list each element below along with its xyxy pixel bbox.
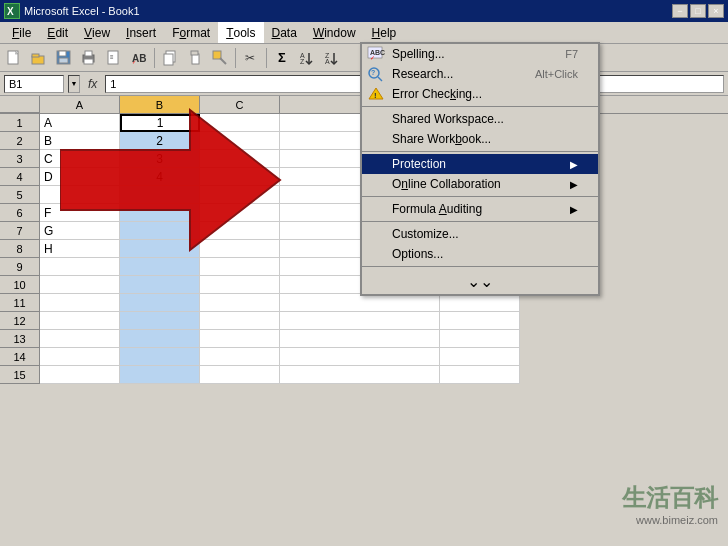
cell-a3[interactable]: C <box>40 150 120 168</box>
cell-c1[interactable] <box>200 114 280 132</box>
cell-a7[interactable]: G <box>40 222 120 240</box>
menu-item-error-checking[interactable]: ! Error Checking... <box>362 84 598 104</box>
cell-a13[interactable] <box>40 330 120 348</box>
cell-c12[interactable] <box>200 312 280 330</box>
row-header-14[interactable]: 14 <box>0 348 40 366</box>
cell-a1[interactable]: A <box>40 114 120 132</box>
cell-b10[interactable] <box>120 276 200 294</box>
cell-c14[interactable] <box>200 348 280 366</box>
sort-asc-button[interactable]: A Z <box>295 46 319 70</box>
cell-c13[interactable] <box>200 330 280 348</box>
row-header-4[interactable]: 4 <box>0 168 40 186</box>
cell-c2[interactable] <box>200 132 280 150</box>
cell-b15[interactable] <box>120 366 200 384</box>
cell-b6[interactable] <box>120 204 200 222</box>
menu-item-research[interactable]: ? Research... Alt+Click <box>362 64 598 84</box>
row-header-1[interactable]: 1 <box>0 114 40 132</box>
paste-button[interactable] <box>183 46 207 70</box>
cell-b4[interactable]: 4 <box>120 168 200 186</box>
cell-a8[interactable]: H <box>40 240 120 258</box>
cell-c9[interactable] <box>200 258 280 276</box>
cut-button[interactable]: ✂ <box>239 46 263 70</box>
open-button[interactable] <box>27 46 51 70</box>
name-box[interactable]: B1 <box>4 75 64 93</box>
row-header-15[interactable]: 15 <box>0 366 40 384</box>
cell-a10[interactable] <box>40 276 120 294</box>
corner-cell[interactable] <box>0 96 40 113</box>
row-header-2[interactable]: 2 <box>0 132 40 150</box>
cell-def15[interactable] <box>280 366 440 384</box>
menu-format[interactable]: Format <box>164 22 218 43</box>
menu-item-protection[interactable]: Protection ▶ <box>362 154 598 174</box>
cell-a12[interactable] <box>40 312 120 330</box>
cell-a6[interactable]: F <box>40 204 120 222</box>
menu-data[interactable]: Data <box>264 22 305 43</box>
menu-item-online-collaboration[interactable]: Online Collaboration ▶ <box>362 174 598 194</box>
cell-c6[interactable] <box>200 204 280 222</box>
cell-b12[interactable] <box>120 312 200 330</box>
cell-c10[interactable] <box>200 276 280 294</box>
cell-c5[interactable] <box>200 186 280 204</box>
cell-a15[interactable] <box>40 366 120 384</box>
cell-g15[interactable] <box>440 366 520 384</box>
cell-b9[interactable] <box>120 258 200 276</box>
cell-a2[interactable]: B <box>40 132 120 150</box>
save-button[interactable] <box>52 46 76 70</box>
cell-b8[interactable] <box>120 240 200 258</box>
row-header-11[interactable]: 11 <box>0 294 40 312</box>
print-button[interactable] <box>77 46 101 70</box>
col-header-a[interactable]: A <box>40 96 120 113</box>
maximize-button[interactable]: □ <box>690 4 706 18</box>
cell-def12[interactable] <box>280 312 440 330</box>
cell-def14[interactable] <box>280 348 440 366</box>
menu-item-spelling[interactable]: ABC ✓ Spelling... F7 <box>362 44 598 64</box>
cell-a4[interactable]: D <box>40 168 120 186</box>
row-header-12[interactable]: 12 <box>0 312 40 330</box>
cell-b11[interactable] <box>120 294 200 312</box>
col-header-b[interactable]: B <box>120 96 200 113</box>
col-header-c[interactable]: C <box>200 96 280 113</box>
cell-b7[interactable] <box>120 222 200 240</box>
cell-def13[interactable] <box>280 330 440 348</box>
menu-item-formula-auditing[interactable]: Formula Auditing ▶ <box>362 199 598 219</box>
menu-view[interactable]: View <box>76 22 118 43</box>
row-header-6[interactable]: 6 <box>0 204 40 222</box>
row-header-9[interactable]: 9 <box>0 258 40 276</box>
menu-item-more[interactable]: ⌄⌄ <box>362 269 598 294</box>
minimize-button[interactable]: − <box>672 4 688 18</box>
cell-g14[interactable] <box>440 348 520 366</box>
menu-window[interactable]: Window <box>305 22 364 43</box>
close-button[interactable]: × <box>708 4 724 18</box>
cell-c7[interactable] <box>200 222 280 240</box>
cell-c3[interactable] <box>200 150 280 168</box>
copy-button[interactable] <box>158 46 182 70</box>
cell-b2[interactable]: 2 <box>120 132 200 150</box>
menu-edit[interactable]: Edit <box>39 22 76 43</box>
menu-file[interactable]: File <box>4 22 39 43</box>
cell-b3[interactable]: 3 <box>120 150 200 168</box>
cell-a11[interactable] <box>40 294 120 312</box>
format-painter-button[interactable] <box>208 46 232 70</box>
name-box-dropdown[interactable]: ▼ <box>68 75 80 93</box>
cell-def11[interactable] <box>280 294 440 312</box>
menu-item-shared-workspace[interactable]: Shared Workspace... <box>362 109 598 129</box>
cell-b5[interactable] <box>120 186 200 204</box>
row-header-10[interactable]: 10 <box>0 276 40 294</box>
cell-b1[interactable]: 1 <box>120 114 200 132</box>
cell-a5[interactable] <box>40 186 120 204</box>
preview-button[interactable]: ≡ <box>102 46 126 70</box>
cell-c4[interactable] <box>200 168 280 186</box>
row-header-7[interactable]: 7 <box>0 222 40 240</box>
cell-g11[interactable] <box>440 294 520 312</box>
cell-c11[interactable] <box>200 294 280 312</box>
sum-button[interactable]: Σ <box>270 46 294 70</box>
menu-tools[interactable]: Tools <box>218 22 263 43</box>
menu-item-customize[interactable]: Customize... <box>362 224 598 244</box>
menu-item-options[interactable]: Options... <box>362 244 598 264</box>
row-header-8[interactable]: 8 <box>0 240 40 258</box>
cell-a14[interactable] <box>40 348 120 366</box>
cell-b14[interactable] <box>120 348 200 366</box>
row-header-5[interactable]: 5 <box>0 186 40 204</box>
cell-b13[interactable] <box>120 330 200 348</box>
menu-item-share-workbook[interactable]: Share Workbook... <box>362 129 598 149</box>
